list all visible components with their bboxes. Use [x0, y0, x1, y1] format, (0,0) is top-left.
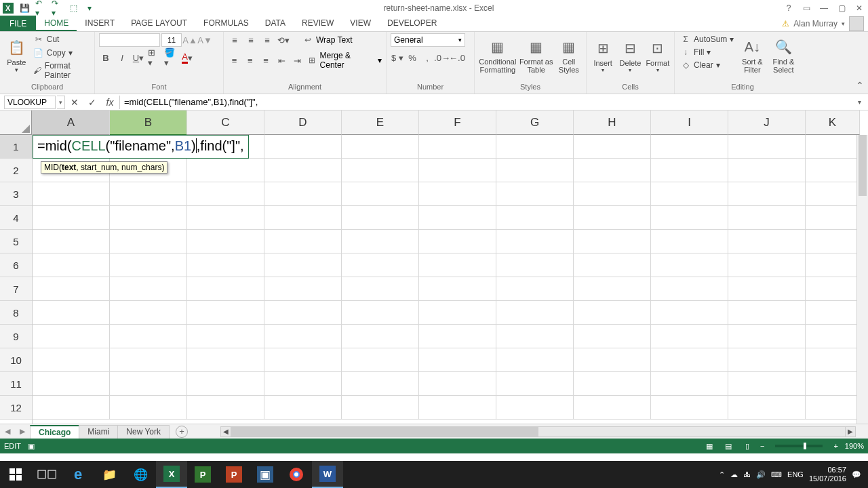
tray-notifications-icon[interactable]: 💬	[852, 470, 861, 479]
tray-cloud-icon[interactable]: ☁	[730, 470, 738, 479]
align-middle-icon[interactable]: ≡	[244, 33, 258, 47]
col-header[interactable]: C	[187, 110, 264, 135]
cell[interactable]	[187, 301, 264, 325]
col-header[interactable]: A	[33, 110, 110, 135]
wrap-text-button[interactable]: Wrap Text	[316, 35, 353, 45]
normal-view-icon[interactable]: ▦	[703, 440, 715, 452]
formula-bar-input[interactable]	[119, 96, 853, 109]
cell[interactable]	[419, 348, 496, 372]
cell[interactable]	[110, 206, 187, 230]
cell[interactable]	[342, 301, 419, 325]
cell[interactable]	[33, 253, 110, 277]
cell[interactable]	[342, 372, 419, 396]
cell[interactable]	[110, 372, 187, 396]
excel-taskbar-icon[interactable]: X	[156, 461, 187, 488]
merge-center-button[interactable]: Merge & Center	[320, 51, 375, 70]
cell[interactable]	[806, 277, 860, 301]
cell[interactable]	[419, 253, 496, 277]
cell[interactable]	[342, 135, 419, 159]
cell[interactable]	[33, 396, 110, 420]
add-sheet-button[interactable]: +	[176, 426, 188, 438]
word-icon[interactable]: W	[312, 461, 343, 488]
file-explorer-icon[interactable]: 📁	[94, 461, 125, 488]
cell[interactable]	[728, 206, 806, 230]
fx-icon[interactable]: fx	[102, 96, 118, 109]
cell[interactable]	[806, 159, 860, 182]
row-header[interactable]: 2	[0, 159, 32, 182]
cancel-formula-icon[interactable]: ✕	[66, 96, 83, 109]
name-box-dropdown[interactable]: ▾	[57, 96, 65, 109]
col-header[interactable]: E	[342, 110, 419, 135]
cell[interactable]	[651, 396, 728, 420]
horizontal-scrollbar[interactable]	[231, 426, 845, 437]
cell[interactable]	[110, 253, 187, 277]
camtasia-icon[interactable]: ▣	[250, 461, 281, 488]
cell[interactable]	[806, 230, 860, 253]
align-bottom-icon[interactable]: ≡	[260, 33, 274, 47]
cell[interactable]	[110, 301, 187, 325]
cell[interactable]	[110, 325, 187, 348]
cut-button[interactable]: ✂Cut	[32, 33, 90, 45]
cell[interactable]	[651, 159, 728, 182]
cell[interactable]	[496, 348, 574, 372]
cell[interactable]	[264, 348, 342, 372]
number-format-select[interactable]: General▾	[391, 33, 465, 47]
cell[interactable]	[187, 206, 264, 230]
insert-cells-button[interactable]: ⊞Insert▾	[591, 33, 615, 78]
cell[interactable]	[651, 230, 728, 253]
hscroll-left-icon[interactable]: ◀	[220, 426, 231, 437]
edge-icon[interactable]: e	[62, 461, 94, 488]
row-header[interactable]: 1	[0, 135, 32, 159]
tab-data[interactable]: DATA	[257, 16, 294, 31]
sort-filter-button[interactable]: A↓Sort &Filter	[738, 33, 766, 78]
cell[interactable]	[264, 159, 342, 182]
cell[interactable]	[419, 182, 496, 206]
cell[interactable]	[419, 206, 496, 230]
cell[interactable]	[728, 301, 806, 325]
touch-icon[interactable]: ⬚	[68, 3, 79, 14]
find-select-button[interactable]: 🔍Find &Select	[769, 33, 797, 78]
bold-button[interactable]: B	[99, 51, 113, 64]
cell[interactable]	[651, 253, 728, 277]
cell[interactable]	[33, 301, 110, 325]
col-header[interactable]: G	[496, 110, 574, 135]
qat-more-icon[interactable]: ▾	[84, 3, 95, 14]
cell[interactable]	[419, 301, 496, 325]
fill-button[interactable]: ↓Fill ▾	[679, 46, 735, 58]
cell[interactable]	[574, 325, 651, 348]
redo-icon[interactable]: ↷ ▾	[52, 3, 62, 14]
cell[interactable]	[187, 253, 264, 277]
cell[interactable]	[419, 230, 496, 253]
cell[interactable]	[651, 277, 728, 301]
col-header[interactable]: H	[574, 110, 651, 135]
cell[interactable]	[342, 230, 419, 253]
tab-home[interactable]: HOME	[36, 16, 77, 31]
horizontal-scroll-thumb[interactable]	[231, 427, 538, 436]
align-center-icon[interactable]: ≡	[243, 54, 256, 67]
cell[interactable]	[33, 230, 110, 253]
cell[interactable]	[651, 372, 728, 396]
italic-button[interactable]: I	[115, 51, 129, 64]
cell[interactable]	[33, 182, 110, 206]
cell[interactable]	[806, 135, 860, 159]
row-header[interactable]: 4	[0, 206, 32, 230]
cell[interactable]	[187, 182, 264, 206]
accounting-format-icon[interactable]: $ ▾	[391, 51, 404, 64]
cell[interactable]	[187, 348, 264, 372]
align-left-icon[interactable]: ≡	[228, 54, 241, 67]
collapse-ribbon-icon[interactable]: ⌃	[856, 80, 864, 91]
tray-network-icon[interactable]: 🖧	[743, 470, 751, 479]
cell[interactable]	[264, 135, 342, 159]
cell[interactable]	[806, 372, 860, 396]
cell[interactable]	[651, 301, 728, 325]
font-size-input[interactable]	[161, 33, 182, 47]
col-header[interactable]: J	[728, 110, 806, 135]
cell[interactable]	[651, 206, 728, 230]
cell[interactable]	[419, 277, 496, 301]
vertical-scroll-thumb[interactable]	[859, 135, 867, 196]
close-icon[interactable]: ✕	[852, 1, 866, 15]
comma-icon[interactable]: ,	[420, 51, 434, 64]
format-painter-button[interactable]: 🖌Format Painter	[32, 60, 90, 81]
cell[interactable]	[806, 253, 860, 277]
cell[interactable]	[728, 230, 806, 253]
